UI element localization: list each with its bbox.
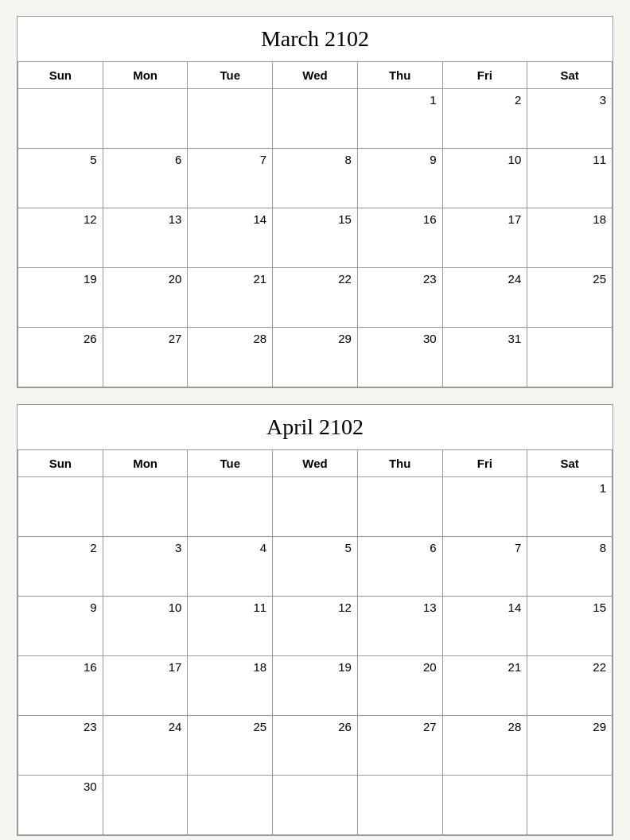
day-header: Tue bbox=[188, 450, 273, 477]
day-header: Sat bbox=[527, 450, 612, 477]
day-cell: 15 bbox=[273, 208, 358, 268]
day-cell bbox=[358, 776, 443, 835]
day-cell: 8 bbox=[527, 537, 612, 597]
day-cell: 26 bbox=[273, 716, 358, 776]
day-header: Mon bbox=[103, 450, 189, 477]
day-cell: 15 bbox=[527, 597, 612, 656]
day-cell: 17 bbox=[103, 656, 189, 716]
day-cell: 11 bbox=[188, 597, 273, 656]
day-cell: 24 bbox=[443, 268, 528, 328]
day-cell: 12 bbox=[273, 597, 358, 656]
day-cell: 28 bbox=[443, 716, 528, 776]
day-cell: 13 bbox=[103, 208, 189, 268]
day-cell bbox=[527, 776, 612, 835]
day-cell bbox=[18, 89, 103, 149]
day-cell bbox=[103, 89, 189, 149]
day-header: Thu bbox=[358, 62, 443, 89]
day-header: Sun bbox=[18, 62, 103, 89]
day-cell: 5 bbox=[18, 149, 103, 208]
day-cell: 3 bbox=[527, 89, 612, 149]
day-cell: 14 bbox=[443, 597, 528, 656]
day-cell: 8 bbox=[273, 149, 358, 208]
april-calendar: April 2102 SunMonTueWedThuFriSat12345678… bbox=[17, 404, 613, 836]
day-cell: 20 bbox=[358, 656, 443, 716]
day-cell: 27 bbox=[358, 716, 443, 776]
day-cell: 5 bbox=[273, 537, 358, 597]
day-cell: 7 bbox=[443, 537, 528, 597]
day-cell: 23 bbox=[358, 268, 443, 328]
day-header: Tue bbox=[188, 62, 273, 89]
day-cell: 9 bbox=[358, 149, 443, 208]
april-grid: SunMonTueWedThuFriSat1234567891011121314… bbox=[18, 450, 612, 835]
day-cell: 22 bbox=[527, 656, 612, 716]
day-cell: 9 bbox=[18, 597, 103, 656]
day-cell bbox=[273, 477, 358, 537]
day-cell bbox=[103, 776, 189, 835]
day-cell: 28 bbox=[188, 328, 273, 387]
day-cell bbox=[188, 477, 273, 537]
day-cell: 30 bbox=[18, 776, 103, 835]
day-cell: 21 bbox=[188, 268, 273, 328]
day-cell: 7 bbox=[188, 149, 273, 208]
day-cell: 1 bbox=[527, 477, 612, 537]
day-cell: 25 bbox=[188, 716, 273, 776]
day-cell: 10 bbox=[103, 597, 189, 656]
day-header: Fri bbox=[443, 62, 528, 89]
day-cell: 16 bbox=[358, 208, 443, 268]
day-cell: 16 bbox=[18, 656, 103, 716]
day-header: Fri bbox=[443, 450, 528, 477]
day-cell: 2 bbox=[443, 89, 528, 149]
day-cell: 31 bbox=[443, 328, 528, 387]
day-cell: 14 bbox=[188, 208, 273, 268]
march-calendar: March 2102 SunMonTueWedThuFriSat12356789… bbox=[17, 16, 613, 388]
day-cell bbox=[103, 477, 189, 537]
day-header: Mon bbox=[103, 62, 189, 89]
day-header: Sat bbox=[527, 62, 612, 89]
day-cell: 18 bbox=[527, 208, 612, 268]
day-cell bbox=[527, 328, 612, 387]
day-cell: 22 bbox=[273, 268, 358, 328]
day-cell: 20 bbox=[103, 268, 189, 328]
day-header: Wed bbox=[273, 62, 358, 89]
day-cell: 4 bbox=[188, 537, 273, 597]
day-cell: 26 bbox=[18, 328, 103, 387]
day-cell: 6 bbox=[103, 149, 189, 208]
day-cell bbox=[273, 89, 358, 149]
day-cell: 17 bbox=[443, 208, 528, 268]
day-cell: 24 bbox=[103, 716, 189, 776]
day-cell: 13 bbox=[358, 597, 443, 656]
day-cell: 29 bbox=[527, 716, 612, 776]
day-cell: 18 bbox=[188, 656, 273, 716]
day-cell bbox=[188, 776, 273, 835]
day-cell: 21 bbox=[443, 656, 528, 716]
day-cell: 3 bbox=[103, 537, 189, 597]
day-cell: 19 bbox=[18, 268, 103, 328]
day-cell bbox=[443, 477, 528, 537]
day-cell: 25 bbox=[527, 268, 612, 328]
day-cell: 6 bbox=[358, 537, 443, 597]
day-header: Sun bbox=[18, 450, 103, 477]
march-grid: SunMonTueWedThuFriSat1235678910111213141… bbox=[18, 62, 612, 387]
day-header: Thu bbox=[358, 450, 443, 477]
day-cell: 23 bbox=[18, 716, 103, 776]
day-cell bbox=[273, 776, 358, 835]
day-cell: 12 bbox=[18, 208, 103, 268]
day-header: Wed bbox=[273, 450, 358, 477]
march-title: March 2102 bbox=[18, 17, 612, 62]
day-cell: 1 bbox=[358, 89, 443, 149]
day-cell: 10 bbox=[443, 149, 528, 208]
april-title: April 2102 bbox=[18, 405, 612, 450]
day-cell: 2 bbox=[18, 537, 103, 597]
day-cell bbox=[188, 89, 273, 149]
day-cell: 30 bbox=[358, 328, 443, 387]
day-cell bbox=[443, 776, 528, 835]
day-cell: 19 bbox=[273, 656, 358, 716]
day-cell: 11 bbox=[527, 149, 612, 208]
day-cell: 29 bbox=[273, 328, 358, 387]
day-cell: 27 bbox=[103, 328, 189, 387]
day-cell bbox=[358, 477, 443, 537]
day-cell bbox=[18, 477, 103, 537]
